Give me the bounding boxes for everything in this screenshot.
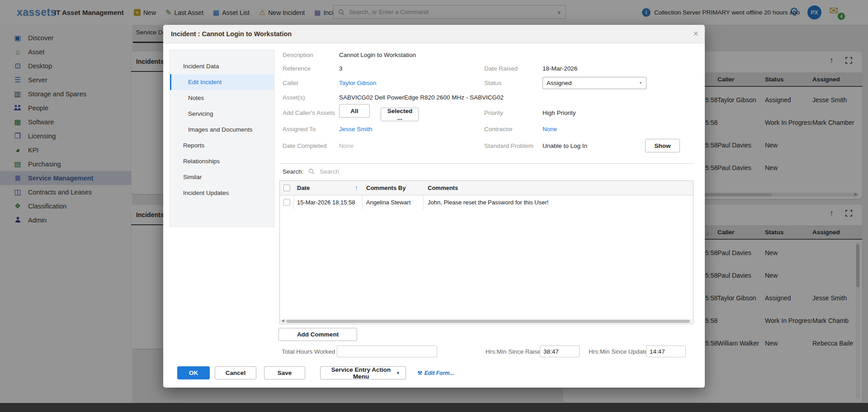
since-updated-label: Hrs:Min Since Updated [589,348,651,355]
dialog-title: Incident : Cannot Login to Workstation [171,30,292,38]
search-icon [308,168,315,175]
column-date[interactable]: Date [297,185,310,191]
hours-row: Total Hours Worked Hrs:Min Since Raised … [163,346,705,358]
scrollbar-thumb[interactable] [286,320,690,323]
nav-relationships[interactable]: Relationships [170,153,274,169]
standard-problem-label: Standard Problem [484,142,542,149]
sort-ascending-icon[interactable]: ↑ [355,184,358,191]
assets-value: SABVICG02 Dell PowerEdge R820 2600 MHz -… [339,94,693,101]
chevron-down-icon: ▼ [396,371,400,375]
nav-servicing[interactable]: Servicing [170,106,274,122]
comment-row[interactable]: 15-Mar-2026 18:15:58 Angelina Stewart Jo… [280,195,693,211]
comments-table: Date ↑ Comments By Comments 15-Mar-2026 … [279,180,693,324]
select-all-checkbox[interactable] [283,185,290,191]
assigned-to-link[interactable]: Jesse Smith [339,126,484,133]
description-label: Description [283,52,339,58]
save-button[interactable]: Save [264,366,305,379]
date-completed-value: None [339,142,484,149]
close-icon[interactable]: × [693,28,698,39]
show-button[interactable]: Show [645,139,680,152]
nav-notes[interactable]: Notes [170,90,274,106]
date-raised-label: Date Raised [484,65,542,72]
cancel-button[interactable]: Cancel [215,366,256,379]
nav-images-documents[interactable]: Images and Documents [170,122,274,137]
priority-value: High Priority [542,109,693,116]
contractor-link[interactable]: None [542,126,693,133]
horizontal-scrollbar[interactable]: ◀ [280,319,693,323]
row-checkbox[interactable] [283,199,290,206]
status-label: Status [484,80,542,86]
contractor-label: Contractor [484,126,542,133]
caller-label: Caller [283,80,339,86]
screen: xassets IT Asset Management + New ✎ Last… [0,0,868,412]
dialog-body: Incident Data Edit Incident Notes Servic… [163,43,705,388]
assets-label: Asset(s) [283,94,339,101]
comment-date: 15-Mar-2026 18:15:58 [297,199,355,206]
incident-dialog: Incident : Cannot Login to Workstation ×… [163,25,705,388]
assigned-to-label: Assigned To [283,126,339,133]
nav-reports[interactable]: Reports [170,137,274,153]
column-comments[interactable]: Comments [428,185,458,191]
add-callers-assets-label: Add Caller's Assets [283,109,339,116]
dialog-actions: OK Cancel Save Service Entry Action Menu… [177,366,454,379]
chevron-down-icon: ▼ [639,81,642,85]
total-hours-label: Total Hours Worked [282,348,335,355]
comments-table-header: Date ↑ Comments By Comments [280,181,693,195]
date-raised-value: 18-Mar-2026 [542,65,693,72]
ok-button[interactable]: OK [177,366,210,379]
date-completed-label: Date Completed [283,142,339,149]
reference-label: Reference [283,65,339,72]
since-raised-label: Hrs:Min Since Raised [486,348,544,355]
status-select[interactable]: Assigned ▼ [542,77,646,89]
reference-value: 3 [339,65,484,72]
nav-similar[interactable]: Similar [170,169,274,185]
priority-label: Priority [484,109,542,116]
scroll-left-arrow[interactable]: ◀ [281,318,284,323]
since-raised-input[interactable] [540,346,580,357]
incident-form: Description Cannot Login to Workstation … [279,48,693,155]
since-updated-input[interactable] [646,346,686,357]
nav-incident-data[interactable]: Incident Data [170,58,274,74]
comments-search: Search: [283,166,420,177]
nav-incident-updates[interactable]: Incident Updates [170,185,274,201]
comment-text: John, Please reset the Password for this… [428,199,548,206]
comments-search-input[interactable] [319,168,420,175]
selected-button[interactable]: Selected ... [381,108,419,121]
edit-form-link[interactable]: ⚒ Edit Form... [417,370,454,376]
service-entry-action-menu[interactable]: Service Entry Action Menu ▼ [320,366,406,379]
nav-edit-incident[interactable]: Edit Incident [170,74,274,90]
comment-by: Angelina Stewart [366,199,410,206]
divider [279,163,693,164]
add-comment-button[interactable]: Add Comment [278,328,357,341]
column-comments-by[interactable]: Comments By [366,185,406,191]
dialog-nav: Incident Data Edit Incident Notes Servic… [170,50,274,227]
description-value: Cannot Login to Workstation [339,52,484,58]
caller-link[interactable]: Taylor Gibson [339,80,484,86]
all-button[interactable]: All [339,104,370,118]
search-label: Search: [283,168,304,175]
total-hours-input[interactable] [337,346,437,357]
wrench-icon: ⚒ [417,370,422,376]
comments-table-body [280,210,693,319]
dialog-titlebar: Incident : Cannot Login to Workstation × [163,25,705,43]
